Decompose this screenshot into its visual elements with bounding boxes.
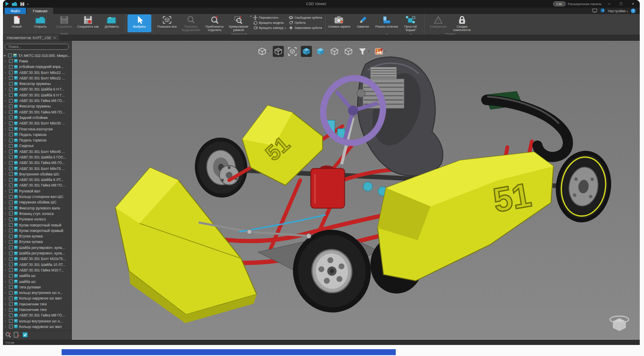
collapse-icon[interactable]: ▾: [4, 54, 7, 58]
expand-icon[interactable]: ›: [5, 257, 8, 261]
tree-row[interactable]: ›✓Задний отбойник: [4, 115, 71, 120]
tree-checkbox[interactable]: ✓: [9, 93, 13, 97]
expand-icon[interactable]: ›: [5, 82, 8, 86]
tree-row[interactable]: ›✓тяга рулевая: [4, 284, 71, 290]
tree-row[interactable]: ›✓отбойник передний впра...: [4, 64, 71, 70]
tree-checkbox[interactable]: ✓: [9, 110, 13, 114]
expand-icon[interactable]: ›: [5, 99, 8, 103]
tree-checkbox[interactable]: ✓: [9, 297, 13, 300]
expand-icon[interactable]: ›: [5, 161, 8, 165]
select-button[interactable]: Выбрать: [128, 14, 151, 32]
tree-checkbox[interactable]: ✓: [9, 240, 13, 244]
tree-row[interactable]: ›✓Внутренняя обойма ШС: [4, 171, 71, 177]
tree-checkbox[interactable]: ✓: [9, 280, 13, 283]
expand-icon[interactable]: ›: [5, 274, 8, 278]
expand-icon[interactable]: ›: [5, 251, 8, 255]
tree-checkbox[interactable]: ✓: [9, 133, 13, 136]
save-button[interactable]: Сохранить: [52, 14, 76, 32]
save-as-button[interactable]: Сохранить как: [76, 14, 100, 32]
tree-row[interactable]: ›✓АБВГ.30.301 Гайка М6 ГО...: [4, 160, 71, 166]
tree-checkbox[interactable]: ✓: [9, 201, 13, 204]
tree-row[interactable]: ›✓Кольцо стопорное вал ШС: [4, 194, 71, 199]
tree-checkbox[interactable]: ✓: [9, 251, 13, 255]
tree-row[interactable]: ›✓Кулак поворотный правый: [4, 228, 71, 233]
tree-checkbox[interactable]: ✓: [9, 314, 13, 317]
quick-access-caret-icon[interactable]: ▾: [27, 3, 28, 6]
expand-icon[interactable]: ›: [5, 76, 8, 80]
expand-icon[interactable]: ›: [5, 313, 8, 317]
expand-icon[interactable]: ›: [5, 263, 8, 267]
viewport[interactable]: ▾: [72, 41, 640, 340]
expand-icon[interactable]: ›: [5, 178, 8, 182]
tree-checkbox[interactable]: ✓: [9, 127, 13, 131]
constrained-orbit-button[interactable]: Зависимая орбита: [289, 25, 322, 30]
expand-icon[interactable]: ›: [5, 104, 8, 108]
expand-icon[interactable]: ›: [5, 291, 8, 295]
expand-icon[interactable]: ›: [5, 240, 8, 244]
search-input[interactable]: [5, 44, 69, 50]
tree-checkbox[interactable]: ✓: [9, 184, 13, 187]
expand-icon[interactable]: ›: [5, 167, 8, 171]
tree-checkbox[interactable]: ✓: [9, 268, 13, 272]
tree-row[interactable]: ›✓Пластина изогнутая: [4, 126, 71, 132]
expand-icon[interactable]: ›: [5, 195, 8, 199]
screenshot-button[interactable]: Снимок экрана: [327, 14, 351, 32]
tree-row[interactable]: ›✓АБВГ.30.301 Гайка М6 ГО...: [4, 109, 71, 115]
tab-file[interactable]: Файл: [5, 8, 26, 14]
expand-icon[interactable]: ›: [5, 280, 8, 284]
tree-root-row[interactable]: ▾ ✓ ТА МКТС.022.010.000. Микро...: [4, 53, 71, 58]
sync-selection-icon[interactable]: [22, 332, 28, 339]
tree-checkbox[interactable]: ✓: [9, 257, 13, 261]
expand-icon[interactable]: ›: [5, 127, 8, 131]
expand-icon[interactable]: ›: [5, 59, 8, 63]
tree-checkbox[interactable]: ✓: [9, 325, 13, 328]
tree-row[interactable]: ›✓кольцо внутреннее шс н...: [4, 290, 71, 295]
tree-row[interactable]: ›✓АБВГ.30.301 Шайба 10 ЛТ...: [4, 262, 71, 267]
tree-row[interactable]: ›✓Втулка кулака: [4, 239, 71, 245]
panel-mode-toggle[interactable]: C3D Расширенная панель: [553, 1, 601, 6]
maximize-button[interactable]: □: [617, 2, 625, 6]
tree-row[interactable]: ›✓АБВГ.30.301 Болт М6х30 ...: [4, 121, 71, 126]
tree-checkbox[interactable]: ✓: [9, 246, 13, 249]
rotate-camera-button[interactable]: Вращать камеру ▾: [253, 25, 286, 30]
tree-checkbox[interactable]: ✓: [9, 144, 13, 148]
tree-row[interactable]: ›✓Кольцо наружное шс мал: [4, 324, 71, 329]
video-progress-bar[interactable]: [62, 349, 396, 355]
tree-checkbox[interactable]: ✓: [9, 121, 13, 125]
expand-icon[interactable]: ›: [5, 110, 8, 114]
tree-checkbox[interactable]: ✓: [9, 218, 13, 221]
tree-row[interactable]: ›✓Фиксатор пружины: [4, 104, 71, 109]
tree-checkbox[interactable]: ✓: [9, 105, 13, 108]
tree-row[interactable]: ›✓Сиденье: [4, 143, 71, 149]
tree-row[interactable]: ›✓Наконечник тяги: [4, 301, 71, 307]
new-button[interactable]: Новый: [5, 14, 28, 32]
expand-icon[interactable]: ›: [5, 229, 8, 233]
tree-checkbox[interactable]: ✓: [9, 155, 13, 159]
expand-icon[interactable]: ›: [5, 116, 8, 120]
expand-icon[interactable]: ›: [5, 234, 8, 238]
expand-icon[interactable]: ›: [5, 206, 8, 210]
close-button[interactable]: ×: [629, 2, 637, 6]
expand-icon[interactable]: ›: [5, 93, 8, 97]
document-close-icon[interactable]: ×: [54, 36, 56, 40]
tree-row[interactable]: ›✓АБВГ.30.301 Болт М10х75...: [4, 256, 71, 262]
tree-row[interactable]: ›✓Шайба регулировоч. кула...: [4, 250, 71, 256]
tree-row[interactable]: ›✓АБВГ.30.301 Болт М6х22 ...: [4, 75, 71, 81]
tree-row[interactable]: ›✓АБВГ.30.301 Гайка М10 Г...: [4, 267, 71, 273]
expand-icon[interactable]: ›: [5, 121, 8, 125]
tree-row[interactable]: ›✓Фланец ступ. колеса: [4, 211, 71, 216]
tree-checkbox[interactable]: ✓: [9, 263, 13, 266]
notes-button[interactable]: Заметки: [351, 14, 375, 32]
tree-checkbox[interactable]: ✓: [9, 116, 13, 119]
rotate-model-button[interactable]: Вращать модель: [253, 20, 286, 25]
expand-icon[interactable]: ›: [5, 302, 8, 306]
expand-icon[interactable]: ›: [5, 172, 8, 176]
tree-row[interactable]: ›✓Наружная обойма ШС: [4, 200, 71, 205]
expand-icon[interactable]: ›: [5, 217, 8, 221]
help-icon[interactable]: ?: [631, 8, 635, 13]
settings-menu[interactable]: Настройки ▾: [608, 9, 628, 13]
report-icon[interactable]: [14, 332, 20, 339]
tree-row[interactable]: ›✓АБВГ.30.301 Гайка М8 ГО...: [4, 313, 71, 318]
tree-row[interactable]: ›✓АБВГ.30.301 Болт М6х22 ...: [4, 70, 71, 75]
tree-root-checkbox[interactable]: ✓: [8, 54, 12, 57]
